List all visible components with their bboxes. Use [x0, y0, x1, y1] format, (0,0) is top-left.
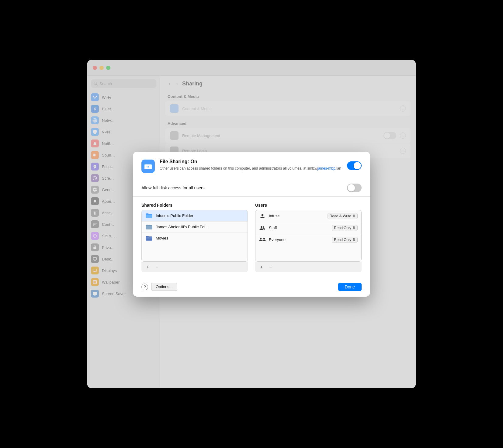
- done-button[interactable]: Done: [338, 283, 362, 291]
- spinner-icon-0: ⇅: [352, 214, 356, 218]
- permission-label-1: Read Only: [334, 226, 351, 230]
- remove-user-button[interactable]: −: [267, 264, 274, 271]
- users-list: Infuse Read & Write ⇅ Staff: [255, 210, 362, 262]
- user-icon-2: [259, 236, 266, 243]
- folder-icon-2: [145, 235, 153, 241]
- users-title: Users: [255, 203, 362, 208]
- file-sharing-icon: [141, 160, 155, 173]
- shared-folders-panel: Shared Folders Infuse's Public Folder: [141, 203, 248, 272]
- file-sharing-toggle[interactable]: [347, 161, 362, 170]
- user-icon-0: [259, 213, 266, 219]
- modal-overlay: File Sharing: On Other users can access …: [87, 60, 416, 388]
- svg-rect-5: [146, 226, 152, 229]
- file-sharing-title: File Sharing: On: [160, 159, 342, 164]
- mac-window: Search Wi-Fi Bluet… Netw…: [87, 60, 416, 388]
- user-icon-1: [259, 225, 266, 231]
- file-sharing-desc: Other users can access shared folders on…: [160, 166, 342, 171]
- disk-toggle-knob: [348, 184, 355, 191]
- user-row-0[interactable]: Infuse Read & Write ⇅: [255, 210, 361, 222]
- file-sharing-modal: File Sharing: On Other users can access …: [133, 152, 370, 297]
- folder-share-icon: [144, 162, 152, 171]
- user-name-1: Staff: [269, 226, 329, 230]
- permission-label-2: Read Only: [334, 238, 351, 242]
- smb-link: james-mbp: [317, 166, 335, 171]
- spinner-icon-2: ⇅: [352, 238, 356, 242]
- user-name-2: Everyone: [269, 237, 329, 242]
- help-button[interactable]: ?: [141, 284, 148, 290]
- shared-folders-list: Infuse's Public Folder James Abeler III'…: [141, 210, 248, 262]
- modal-tables-section: Shared Folders Infuse's Public Folder: [133, 197, 370, 272]
- folder-row-1[interactable]: James Abeler III's Public Fol...: [142, 222, 248, 233]
- user-name-0: Infuse: [269, 214, 324, 218]
- disk-access-toggle[interactable]: [347, 184, 362, 192]
- user-row-2[interactable]: Everyone Read Only ⇅: [255, 234, 361, 246]
- spinner-icon-1: ⇅: [352, 226, 356, 230]
- user-row-1[interactable]: Staff Read Only ⇅: [255, 222, 361, 234]
- svg-rect-4: [146, 215, 152, 218]
- folders-toolbar: + −: [141, 262, 248, 272]
- add-user-button[interactable]: +: [258, 264, 265, 271]
- modal-top-text: File Sharing: On Other users can access …: [160, 159, 342, 171]
- remove-folder-button[interactable]: −: [154, 264, 160, 271]
- folder-name-0: Infuse's Public Folder: [156, 213, 244, 218]
- shared-folders-title: Shared Folders: [141, 203, 248, 208]
- modal-top: File Sharing: On Other users can access …: [133, 152, 370, 179]
- modal-footer: ? Options... Done: [133, 277, 370, 297]
- permission-select-2[interactable]: Read Only ⇅: [332, 237, 358, 243]
- users-panel: Users Infuse Read & Write ⇅: [255, 203, 362, 272]
- permission-select-1[interactable]: Read Only ⇅: [332, 225, 358, 231]
- permission-select-0[interactable]: Read & Write ⇅: [328, 213, 358, 219]
- folder-row-0[interactable]: Infuse's Public Folder: [142, 210, 248, 222]
- folder-name-2: Movies: [156, 236, 244, 240]
- add-folder-button[interactable]: +: [144, 264, 151, 271]
- folder-name-1: James Abeler III's Public Fol...: [156, 225, 244, 229]
- users-toolbar: + −: [255, 262, 362, 272]
- folder-icon-0: [145, 213, 153, 219]
- disk-access-label: Allow full disk access for all users: [141, 185, 343, 190]
- folder-row-2[interactable]: Movies: [142, 233, 248, 244]
- options-button[interactable]: Options...: [151, 283, 177, 291]
- disk-access-row: Allow full disk access for all users: [133, 179, 370, 197]
- permission-label-0: Read & Write: [330, 214, 351, 218]
- toggle-knob: [354, 162, 361, 169]
- folder-icon-1: [145, 224, 153, 230]
